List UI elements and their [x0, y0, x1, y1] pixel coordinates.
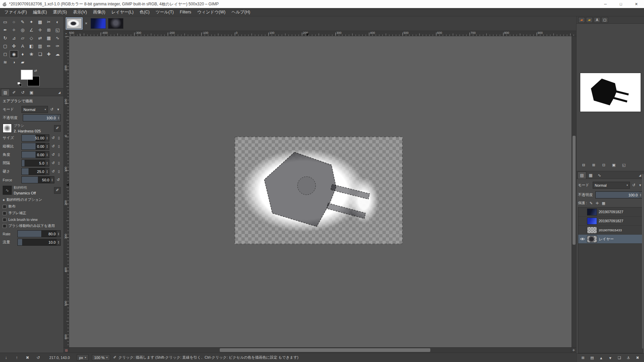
- tool-scale[interactable]: ⊿: [10, 34, 18, 42]
- layer-mode-switch-icon[interactable]: ↺: [631, 183, 636, 187]
- tool-clone[interactable]: ❏: [36, 50, 44, 58]
- tool-color-picker[interactable]: ✧: [10, 26, 18, 34]
- zoom-in-button[interactable]: ⊞: [591, 162, 597, 168]
- tool-free-select[interactable]: ✎: [18, 18, 27, 26]
- brushes-tab[interactable]: ▰: [578, 17, 585, 23]
- edit-dynamics-button[interactable]: ✐: [54, 187, 61, 194]
- tool-measure[interactable]: ∠: [27, 26, 36, 34]
- tool-option-aspect-ratio-reset-icon[interactable]: ↺: [51, 144, 56, 148]
- tool-option-aspect-ratio-spinner[interactable]: ▴▾: [45, 143, 49, 149]
- tool-option-size-slider[interactable]: 51.00▴▾: [21, 134, 49, 141]
- checkbox-row-1[interactable]: 散布: [3, 204, 61, 209]
- checkbox-row-3[interactable]: Lock brush to view: [3, 218, 61, 222]
- vertical-scrollbar[interactable]: [572, 36, 576, 347]
- menu-help[interactable]: ヘルプ(H): [228, 8, 253, 16]
- reset-paint-mode-icon[interactable]: ↺: [49, 107, 54, 112]
- tool-handle-transform[interactable]: ✜: [10, 42, 18, 50]
- menu-image[interactable]: 画像(I): [90, 8, 108, 16]
- tool-option-opacity-slider[interactable]: 100.0▴▾: [23, 114, 61, 121]
- tool-option-spacing-slider[interactable]: 5.0▴▾: [21, 160, 49, 167]
- tool-option-hardness-slider[interactable]: 25.0▴▾: [21, 168, 49, 175]
- maximize-button[interactable]: □: [613, 0, 629, 8]
- dynamics-options-expander[interactable]: ◆ 動的特性のオプション: [3, 197, 61, 202]
- close-image-icon[interactable]: ✕: [84, 21, 89, 26]
- tab-tool-options[interactable]: ▨: [1, 89, 10, 96]
- tool-bucket-fill[interactable]: ◧: [27, 42, 36, 50]
- tab-undo-history[interactable]: ↺: [18, 89, 27, 96]
- checkbox-row-2[interactable]: 手ブレ補正: [3, 211, 61, 216]
- horizontal-scrollbar[interactable]: [69, 348, 571, 353]
- unit-select[interactable]: px ▾: [77, 354, 89, 361]
- menu-windows[interactable]: ウィンドウ(W): [194, 8, 228, 16]
- tool-option-force-reset-icon[interactable]: ↺: [56, 178, 61, 182]
- reset-tool-options-button[interactable]: ↺: [35, 355, 41, 361]
- tool-option-flow-spinner[interactable]: ▴▾: [57, 239, 60, 245]
- swap-colors-icon[interactable]: ⇄: [34, 69, 37, 72]
- lock-pixels-icon[interactable]: ✎: [590, 201, 593, 205]
- tool-airbrush[interactable]: ◉: [10, 50, 18, 58]
- delete-layer-button[interactable]: ✖: [634, 355, 641, 361]
- menu-file[interactable]: ファイル(F): [1, 8, 30, 16]
- paint-mode-menu-icon[interactable]: ▾: [56, 107, 61, 112]
- tool-align[interactable]: ⊞: [45, 26, 53, 34]
- tool-rotate[interactable]: ↻: [1, 34, 9, 42]
- minimize-button[interactable]: ─: [598, 0, 613, 8]
- tool-option-size-link-icon[interactable]: ▯: [57, 136, 61, 140]
- quick-mask-toggle[interactable]: ▨: [64, 348, 69, 353]
- tool-intelligent-scissors[interactable]: ✂: [45, 18, 53, 26]
- image-tab-3[interactable]: [108, 18, 123, 29]
- layer-row-4[interactable]: レイヤー: [578, 235, 642, 244]
- navigation-preview[interactable]: [580, 73, 641, 112]
- tool-perspective-clone[interactable]: ▰: [18, 58, 27, 66]
- dock-scrollbar[interactable]: [642, 174, 644, 349]
- dynamics-thumbnail[interactable]: ∿: [3, 186, 12, 195]
- tool-shear[interactable]: ▱: [18, 34, 27, 42]
- tool-unified-transform[interactable]: ▢: [1, 42, 9, 50]
- tool-select-by-color[interactable]: ▩: [36, 18, 44, 26]
- tool-blur-sharpen[interactable]: ≋: [1, 58, 9, 66]
- anchor-layer-button[interactable]: ⚓: [625, 355, 632, 361]
- tool-dodge-burn[interactable]: ◑: [10, 58, 18, 66]
- tool-option-spacing-link-icon[interactable]: ▯: [57, 161, 61, 165]
- tool-paintbrush[interactable]: ✑: [53, 42, 62, 50]
- edit-brush-button[interactable]: ✐: [54, 125, 61, 132]
- tool-heal[interactable]: ✚: [45, 50, 53, 58]
- new-layer-button[interactable]: ⊞: [580, 355, 586, 361]
- tool-flip[interactable]: ⇄: [36, 34, 44, 42]
- tool-crop[interactable]: ◱: [53, 26, 62, 34]
- image-tab-2[interactable]: [91, 18, 106, 29]
- tool-paths[interactable]: ✒: [1, 26, 9, 34]
- horizontal-ruler[interactable]: -500-400-300-200-10001002003004005006007…: [69, 31, 576, 36]
- lock-alpha-icon[interactable]: ▦: [602, 201, 605, 205]
- lower-layer-button[interactable]: ▼: [607, 355, 613, 361]
- paths-tab[interactable]: ∿: [595, 172, 604, 179]
- tool-move[interactable]: ✛: [36, 26, 44, 34]
- layer-mode-select[interactable]: Normal ▾: [593, 182, 630, 189]
- tool-option-force-slider[interactable]: 50.0▴▾: [21, 176, 54, 183]
- tool-zoom[interactable]: ◎: [18, 26, 27, 34]
- tool-pencil[interactable]: ✏: [45, 42, 53, 50]
- duplicate-layer-button[interactable]: ❏: [616, 355, 623, 361]
- restore-tool-preset-button[interactable]: ↑: [14, 355, 20, 361]
- tool-eraser[interactable]: ◻: [1, 50, 9, 58]
- tool-option-spacing-spinner[interactable]: ▴▾: [45, 160, 49, 166]
- paint-mode-select[interactable]: Normal ▾: [21, 106, 48, 113]
- save-tool-preset-button[interactable]: ↓: [3, 355, 9, 361]
- checkbox-row-4[interactable]: ブラシ移動時のみ以下を適用: [3, 224, 61, 228]
- tool-perspective[interactable]: ◇: [27, 34, 36, 42]
- brush-name[interactable]: 2. Hardness 025: [14, 129, 52, 133]
- shrink-wrap-button[interactable]: ◱: [621, 162, 627, 168]
- tool-option-size-spinner[interactable]: ▴▾: [45, 135, 49, 141]
- canvas-image[interactable]: [235, 137, 402, 244]
- vertical-scrollbar-thumb[interactable]: [573, 136, 576, 245]
- tab-images[interactable]: ▣: [27, 89, 36, 96]
- horizontal-scrollbar-thumb[interactable]: [220, 348, 430, 352]
- tool-option-size-reset-icon[interactable]: ↺: [51, 136, 56, 140]
- menu-tools[interactable]: ツール(T): [153, 8, 177, 16]
- channels-tab[interactable]: ▦: [586, 172, 595, 179]
- tool-option-aspect-ratio-link-icon[interactable]: ▯: [57, 144, 61, 148]
- tool-option-hardness-reset-icon[interactable]: ↺: [51, 169, 56, 174]
- tool-option-force-spinner[interactable]: ▴▾: [50, 177, 54, 183]
- tab-device-status[interactable]: ✐: [10, 89, 18, 96]
- layer-row-3[interactable]: 2019070915433: [578, 226, 642, 235]
